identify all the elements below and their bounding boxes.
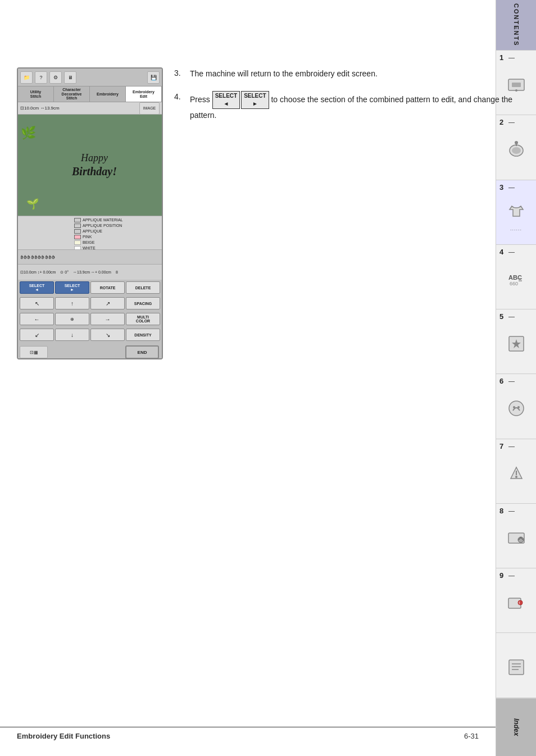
chapter-8-dash: — [508,507,515,514]
chapter-8-number: 8 [499,507,503,515]
btn-center[interactable]: ⊕ [55,313,89,325]
btn-down[interactable]: ↓ [55,329,89,341]
svg-point-12 [513,406,515,408]
color-item-6: WHITE [74,245,161,249]
stat-count: 8 [116,270,118,274]
footer-title: Embroidery Edit Functions [17,732,110,740]
btn-multi-color[interactable]: MULTICOLOR [126,313,160,325]
chapter-3-dash: — [508,184,515,190]
color-swatch-3 [74,229,81,234]
chapter-10-icon [506,657,526,681]
step4-select-left-btn[interactable]: SELECT◄ [212,91,240,109]
svg-text:!: ! [519,601,520,605]
sidebar-tab-chapter-5[interactable]: 5 — [496,309,536,374]
panel-image-btn[interactable]: IMAGE [139,102,160,115]
color-item-1: APPLIQUE MATERIAL [74,217,161,223]
btn-select-right[interactable]: SELECT► [55,281,89,294]
btn-upright[interactable]: ↗ [90,297,125,309]
contents-label: CONTENTS [513,3,520,47]
chapter-6-number: 6 [499,377,503,385]
btn-delete[interactable]: DELETE [126,281,160,294]
btn-bottom-icon[interactable]: ⊡▦ [20,346,48,358]
btn-end[interactable]: END [125,345,159,359]
panel-btn-row4: ↙ ↓ ↘ DENSITY [18,327,162,343]
step4-btn-group: SELECT◄ SELECT► [212,91,269,109]
panel-display-area: 🌿 🌱 Happy Birthday! [18,115,162,216]
step4-press-word: Press [190,95,210,104]
chapter-2-icon [506,139,526,163]
btn-rotate[interactable]: ROTATE [90,281,125,294]
svg-point-6 [515,141,518,144]
panel-needle-row: 𝕳 𝕳 𝕳 𝕳 𝕳 𝕳 𝕳 𝕳 𝕳 𝕳 [18,249,162,264]
svg-text:ABC: ABC [508,274,522,281]
panel-btn-question[interactable]: ? [35,71,47,84]
svg-point-13 [517,406,520,408]
instruction-step-3: 3. The machine will return to the embroi… [174,67,525,80]
sidebar-tab-chapter-7[interactable]: 7 — [496,439,536,504]
panel-btn-settings[interactable]: ⚙ [49,71,62,84]
chapter-3-icon [506,201,526,225]
chapter-4-dash: — [508,248,515,255]
color-swatch-1 [74,218,81,222]
color-swatch-6 [74,246,81,249]
chapter-8-icon [506,527,526,552]
btn-left[interactable]: ← [20,313,54,325]
panel-stats-row: ⊡10.0cm ↕+ 0.00cm ⊙ 0° ↔13.9cm ↔+ 0.00cm… [18,264,162,280]
btn-spacing[interactable]: SPACING [126,297,160,309]
panel-tab-edit[interactable]: EmbroideryEdit [126,86,162,102]
panel-btn-monitor[interactable]: 🖥 [64,71,76,84]
stat-y: ↔13.9cm ↔+ 0.00cm [73,270,111,274]
panel-top-bar: 📁 ? ⚙ 🖥 💾 [18,69,162,86]
panel-btn-save[interactable]: 💾 [147,71,160,84]
panel-btn-folder[interactable]: 📁 [20,71,33,84]
machine-panel: 📁 ? ⚙ 🖥 💾 UtilityStitch CharacterDecorat… [17,67,163,359]
sidebar-tab-chapter-4[interactable]: 4 — ABC 660 [496,245,536,309]
chapter-7-number: 7 [499,442,503,450]
chapter-1-dash: — [508,54,515,61]
chapter-4-number: 4 [499,248,503,256]
sidebar-tab-chapter-10[interactable] [496,633,536,698]
chapter-7-icon [506,463,526,487]
page-footer: Embroidery Edit Functions 6-31 [0,727,496,745]
color-swatch-4 [74,235,81,239]
sidebar-tab-chapter-8[interactable]: 8 — [496,504,536,568]
btn-downright[interactable]: ↘ [90,329,125,341]
chapter-9-icon: ! [506,593,526,617]
stat-x: ⊡10.0cm ↕+ 0.00cm [20,270,56,275]
step4-select-right-btn[interactable]: SELECT► [241,91,269,109]
sidebar-tab-chapter-6[interactable]: 6 — [496,374,536,439]
chapter-9-number: 9 [499,571,503,580]
display-line1: Happy [72,152,117,165]
sidebar-tab-index[interactable]: Index [496,698,536,756]
display-line2: Birthday! [72,165,117,178]
stat-rotation: ⊙ 0° [60,270,69,275]
chapter-5-icon [506,334,526,358]
step3-number: 3. [174,67,185,80]
chapter-1-number: 1 [499,53,503,62]
sidebar-tab-chapter-3[interactable]: 3 — ...... [496,180,536,245]
panel-tabs: UtilityStitch CharacterDecorativeStitch … [18,86,162,102]
panel-tab-character[interactable]: CharacterDecorativeStitch [54,86,90,102]
svg-point-15 [515,476,517,478]
chapter-3-dots: ...... [510,226,522,231]
sidebar-tab-chapter-9[interactable]: 9 — ! [496,568,536,633]
color-item-2: APPLIQUE POSITION [74,223,161,229]
sidebar-tab-contents[interactable]: CONTENTS [496,0,536,51]
color-item-5: BEIGE [74,240,161,245]
chapter-6-icon [506,398,526,422]
instruction-step-4: 4. Press SELECT◄ SELECT► to choose the s… [174,91,525,121]
btn-downleft[interactable]: ↙ [20,329,54,341]
btn-right[interactable]: → [90,313,125,325]
btn-density[interactable]: DENSITY [126,329,160,341]
display-text: Happy Birthday! [72,152,117,178]
step4-number: 4. [174,91,185,121]
panel-tab-utility[interactable]: UtilityStitch [18,86,54,102]
btn-up[interactable]: ↑ [55,297,89,309]
panel-tab-embroidery[interactable]: Embroidery [90,86,126,102]
color-item-4: PINK [74,234,161,240]
step3-text: The machine will return to the embroider… [190,67,525,80]
btn-upleft[interactable]: ↖ [20,297,54,309]
btn-select-left[interactable]: SELECT◄ [20,281,54,294]
chapter-5-dash: — [508,313,515,320]
chapter-4-icon: ABC 660 [506,268,526,293]
